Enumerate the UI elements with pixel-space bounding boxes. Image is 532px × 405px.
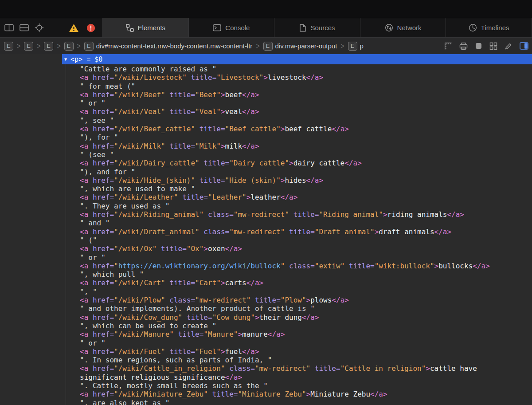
disclosure-triangle-icon[interactable]: ▼ bbox=[64, 57, 67, 62]
breadcrumb-item[interactable]: Ediv.mw-parser-output bbox=[263, 42, 337, 51]
dom-text-node-line[interactable]: ", which can be used to create " bbox=[0, 322, 532, 330]
element-badge: E bbox=[24, 42, 33, 51]
dock-controls bbox=[4, 23, 44, 32]
dom-text-node-line[interactable]: " or " bbox=[0, 253, 532, 262]
dom-element-line[interactable]: <a href="/wiki/Manure" title="Manure">ma… bbox=[0, 330, 532, 338]
dom-element-line[interactable]: <a href="/wiki/Livestock" title="Livesto… bbox=[0, 73, 532, 82]
tab-label: Network bbox=[397, 24, 422, 31]
warning-badge[interactable] bbox=[69, 24, 79, 32]
dom-element-line[interactable]: <a href="/wiki/Cow_dung" title="Cow dung… bbox=[0, 313, 532, 322]
tab-timelines[interactable]: Timelines bbox=[446, 18, 532, 38]
dom-element-line[interactable]: <a href="/wiki/Cart" title="Cart">carts<… bbox=[0, 279, 532, 287]
breadcrumb-separator: > bbox=[77, 42, 81, 51]
dom-text-node-line[interactable]: " (see " bbox=[0, 150, 532, 159]
sidebar-toggle-icon[interactable] bbox=[520, 42, 528, 50]
print-icon[interactable] bbox=[459, 42, 468, 50]
dom-element-line[interactable]: <a href="/wiki/Dairy_cattle" title="Dair… bbox=[0, 159, 532, 167]
breadcrumb-item[interactable]: E bbox=[44, 42, 53, 51]
breadcrumb-label: div.mw-parser-output bbox=[275, 42, 337, 50]
edit-icon[interactable] bbox=[505, 42, 512, 50]
dom-element-line[interactable]: <a href="/wiki/Fuel" title="Fuel">fuel</… bbox=[0, 347, 532, 356]
breadcrumb-separator: > bbox=[340, 42, 344, 51]
breadcrumb-item[interactable]: Ep bbox=[348, 42, 364, 51]
dom-text-node-line[interactable]: "Cattle are commonly raised as " bbox=[0, 65, 532, 73]
dom-text-node-line[interactable]: " or " bbox=[0, 99, 532, 107]
dom-text-node-line[interactable]: " and other implements). Another product… bbox=[0, 304, 532, 313]
tab-console[interactable]: Console bbox=[189, 18, 275, 38]
tab-elements[interactable]: Elements bbox=[103, 18, 189, 38]
elements-tab-icon bbox=[126, 24, 134, 32]
dom-element-line[interactable]: <a href="/wiki/Beef" title="Beef">beef</… bbox=[0, 90, 532, 99]
dom-element-line[interactable]: <a href="/wiki/Veal" title="Veal">veal</… bbox=[0, 107, 532, 116]
issue-badges bbox=[69, 24, 95, 32]
dom-element-line[interactable]: <a href="/wiki/Miniature_Zebu" title="Mi… bbox=[0, 390, 532, 398]
element-badge: E bbox=[263, 42, 273, 51]
breadcrumb: E>E>E>E>Ediv#mw-content-text.mw-body-con… bbox=[4, 42, 440, 51]
breadcrumb-separator: > bbox=[37, 42, 40, 51]
timelines-tab-icon bbox=[469, 24, 477, 32]
dom-element-line[interactable]: <a href="/wiki/Beef_cattle" title="Beef … bbox=[0, 125, 532, 133]
indent-guide bbox=[66, 64, 66, 405]
device-icon[interactable] bbox=[475, 42, 482, 50]
dom-text-node-line[interactable]: ", which are used to make " bbox=[0, 185, 532, 193]
dom-tree-code: "Cattle are commonly raised as "<a href=… bbox=[0, 64, 532, 405]
dom-text-node-line[interactable]: " or " bbox=[0, 339, 532, 347]
dom-text-node-line[interactable]: " for meat (" bbox=[0, 82, 532, 90]
selected-node-suffix: = $0 bbox=[82, 55, 102, 63]
breadcrumb-label: div#mw-content-text.mw-body-content.mw-c… bbox=[96, 42, 253, 50]
dom-text-node-line[interactable]: ", are also kept as " bbox=[0, 399, 532, 405]
breadcrumb-item[interactable]: E bbox=[24, 42, 33, 51]
dom-text-node-line[interactable]: ", " bbox=[0, 287, 532, 296]
rulers-icon[interactable] bbox=[444, 42, 452, 50]
element-badge: E bbox=[348, 42, 357, 51]
network-tab-icon bbox=[385, 24, 393, 32]
dom-text-node-line[interactable]: ", see " bbox=[0, 116, 532, 125]
tab-label: Console bbox=[225, 24, 250, 31]
dom-text-node-line[interactable]: ". In some regions, such as parts of Ind… bbox=[0, 356, 532, 364]
element-badge: E bbox=[4, 42, 13, 51]
sources-tab-icon bbox=[299, 24, 306, 32]
dom-element-line[interactable]: <a href="https://en.wiktionary.org/wiki/… bbox=[0, 262, 532, 270]
dom-text-node-line[interactable]: ". They are used as " bbox=[0, 202, 532, 210]
dom-text-node-line[interactable]: "), for " bbox=[0, 133, 532, 142]
element-badge: E bbox=[44, 42, 53, 51]
dom-element-line[interactable]: <a href="/wiki/Cattle_in_religion" class… bbox=[0, 364, 532, 373]
dom-element-line[interactable]: <a href="/wiki/Hide_(skin)" title="Hide … bbox=[0, 176, 532, 185]
dom-text-node-line[interactable]: " (" bbox=[0, 236, 532, 244]
element-picker-icon[interactable] bbox=[35, 23, 44, 32]
dom-element-line[interactable]: <a href="/wiki/Ox" title="Ox">oxen</a> bbox=[0, 244, 532, 253]
breadcrumb-item[interactable]: E bbox=[4, 42, 13, 51]
tab-label: Elements bbox=[138, 24, 166, 31]
dom-element-line[interactable]: <a href="/wiki/Riding_animal" class="mw-… bbox=[0, 210, 532, 219]
breadcrumb-item[interactable]: E bbox=[64, 42, 74, 51]
tab-label: Timelines bbox=[481, 24, 509, 31]
tab-network[interactable]: Network bbox=[360, 18, 446, 38]
dom-element-line[interactable]: <a href="/wiki/Draft_animal" class="mw-r… bbox=[0, 228, 532, 236]
dom-element-line[interactable]: <a href="/wiki/Milk" title="Milk">milk</… bbox=[0, 142, 532, 150]
breadcrumb-label: p bbox=[360, 42, 364, 50]
tab-bar: ElementsConsoleSourcesNetworkTimelines bbox=[103, 18, 532, 38]
element-badge: E bbox=[64, 42, 74, 51]
dom-tree: "Cattle are commonly raised as "<a href=… bbox=[0, 64, 532, 405]
breadcrumb-separator: > bbox=[57, 42, 60, 51]
breadcrumb-item[interactable]: Ediv#mw-content-text.mw-body-content.mw-… bbox=[84, 42, 253, 51]
element-badge: E bbox=[84, 42, 94, 51]
breadcrumb-separator: > bbox=[256, 42, 259, 51]
toolbar-left-cluster bbox=[0, 18, 103, 38]
dom-text-node-line[interactable]: " and " bbox=[0, 219, 532, 227]
selected-dom-node-row[interactable]: ▼ <p> = $0 bbox=[62, 54, 532, 64]
dom-element-line[interactable]: significant religious significance</a> bbox=[0, 373, 532, 381]
dom-element-line[interactable]: <a href="/wiki/Plow" class="mw-redirect"… bbox=[0, 296, 532, 304]
split-columns-icon[interactable] bbox=[4, 24, 14, 31]
error-badge[interactable] bbox=[86, 24, 95, 32]
inspector-topbar: ElementsConsoleSourcesNetworkTimelines bbox=[0, 0, 532, 38]
dom-text-node-line[interactable]: ", which pull " bbox=[0, 270, 532, 279]
breadcrumb-bar: E>E>E>E>Ediv#mw-content-text.mw-body-con… bbox=[0, 38, 532, 54]
split-rows-icon[interactable] bbox=[20, 24, 29, 31]
dom-element-line[interactable]: <a href="/wiki/Leather" title="Leather">… bbox=[0, 193, 532, 201]
tab-sources[interactable]: Sources bbox=[274, 18, 360, 38]
grid-icon[interactable] bbox=[489, 42, 497, 50]
breadcrumb-separator: > bbox=[17, 42, 20, 51]
dom-text-node-line[interactable]: ". Cattle, mostly small breeds such as t… bbox=[0, 381, 532, 390]
dom-text-node-line[interactable]: "), and for " bbox=[0, 168, 532, 176]
